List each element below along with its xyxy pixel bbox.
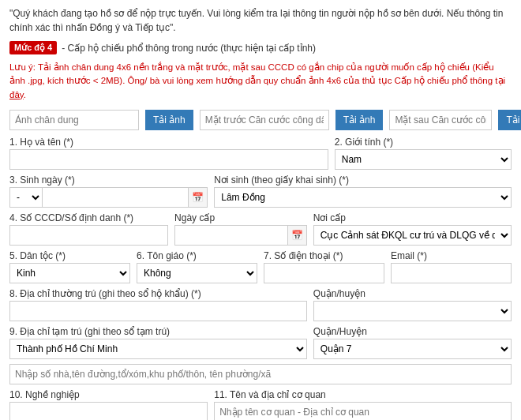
district-select[interactable] <box>313 301 512 321</box>
email-input[interactable] <box>391 263 512 283</box>
full-name-input[interactable] <box>9 149 328 170</box>
workplace-input[interactable] <box>214 402 512 420</box>
district-label: Quận/huyện <box>313 288 512 299</box>
portrait-input[interactable] <box>9 110 139 130</box>
row-id-issue: 4. Số CCCD/Số định danh (*) Ngày cấp 📅 N… <box>9 212 512 246</box>
portrait-upload-btn[interactable]: Tải ảnh <box>145 110 193 130</box>
occupation-label: 10. Nghề nghiệp <box>9 389 208 400</box>
religion-label: 6. Tôn giáo (*) <box>137 250 257 261</box>
row-ward <box>9 364 512 384</box>
dob-day-select[interactable]: - <box>9 187 43 208</box>
ward-input[interactable] <box>9 364 512 384</box>
occupation-input[interactable] <box>9 402 208 420</box>
badge-row: Mức độ 4 - Cấp hộ chiếu phổ thông trong … <box>0 38 521 58</box>
row-temp-address: 9. Địa chỉ tạm trú (ghi theo sổ tạm trú)… <box>9 326 512 359</box>
email-label: Email (*) <box>391 250 512 261</box>
gender-select[interactable]: Nam Nữ <box>335 149 512 170</box>
row-occupation-workplace: 10. Nghề nghiệp 11. Tên và địa chỉ cơ qu… <box>9 389 512 420</box>
gender-label: 2. Giới tính (*) <box>335 137 512 148</box>
form-container: Tải ảnh Tải ảnh Tải ảnh 1. Họ và tên (*)… <box>0 107 521 420</box>
row-address-district: 8. Địa chỉ thường trú (ghi theo sổ hộ kh… <box>9 288 512 321</box>
dob-label: 3. Sinh ngày (*) <box>9 174 208 186</box>
religion-select[interactable]: Không <box>137 263 257 283</box>
address-label: 8. Địa chỉ thường trú (ghi theo sổ hộ kh… <box>9 288 307 299</box>
dob-input[interactable] <box>43 187 189 208</box>
row-ethnicity-religion-phone-email: 5. Dân tộc (*) Kinh 6. Tôn giáo (*) Khôn… <box>9 250 512 283</box>
notice-text: "Quý khách đang tạo hồ sơ để nộp trực tu… <box>0 0 521 38</box>
phone-input[interactable] <box>264 263 384 283</box>
workplace-label: 11. Tên và địa chỉ cơ quan <box>214 389 512 400</box>
row-dob-birthplace: 3. Sinh ngày (*) - 📅 Nơi sinh (theo giấy… <box>9 174 512 208</box>
birthplace-select[interactable]: Lâm Đồng <box>214 187 512 208</box>
ethnicity-label: 5. Dân tộc (*) <box>9 250 130 261</box>
temp-address-select[interactable]: Thành phố Hồ Chí Minh <box>9 339 307 359</box>
front-id-upload-btn[interactable]: Tải ảnh <box>335 110 384 130</box>
issue-place-select[interactable]: Cục Cảnh sát ĐKQL cư trú và DLQG về dân … <box>313 225 512 246</box>
guide-link[interactable]: đây <box>9 90 24 99</box>
warning-text: Lưu ý: Tải ảnh chân dung 4x6 nền trắng v… <box>0 58 521 107</box>
photo-row: Tải ảnh Tải ảnh Tải ảnh <box>9 110 512 130</box>
temp-district-select[interactable]: Quận 7 <box>313 339 512 359</box>
front-id-input[interactable] <box>200 110 329 130</box>
level-badge: Mức độ 4 <box>9 41 57 54</box>
phone-label: 7. Số điện thoại (*) <box>264 250 384 261</box>
address-input[interactable] <box>9 301 307 321</box>
birthplace-label: Nơi sinh (theo giấy khai sinh) (*) <box>214 174 512 186</box>
dob-calendar-icon[interactable]: 📅 <box>189 187 208 208</box>
issue-date-input[interactable] <box>174 225 288 246</box>
temp-address-label: 9. Địa chỉ tạm trú (ghi theo sổ tạm trú) <box>9 326 307 337</box>
temp-district-label: Quận/Huyện <box>313 326 512 337</box>
ethnicity-select[interactable]: Kinh <box>9 263 130 283</box>
issue-place-label: Nơi cấp <box>313 212 512 223</box>
back-id-upload-btn[interactable]: Tải ảnh <box>498 110 521 130</box>
issue-date-calendar-icon[interactable]: 📅 <box>288 225 307 246</box>
row-name-gender: 1. Họ và tên (*) 2. Giới tính (*) Nam Nữ <box>9 137 512 170</box>
badge-description: - Cấp hộ chiếu phổ thông trong nước (thự… <box>62 43 316 54</box>
issue-date-label: Ngày cấp <box>174 212 307 223</box>
full-name-label: 1. Họ và tên (*) <box>9 137 328 148</box>
back-id-input[interactable] <box>389 110 492 130</box>
id-number-label: 4. Số CCCD/Số định danh (*) <box>9 212 168 223</box>
id-number-input[interactable] <box>9 225 168 246</box>
